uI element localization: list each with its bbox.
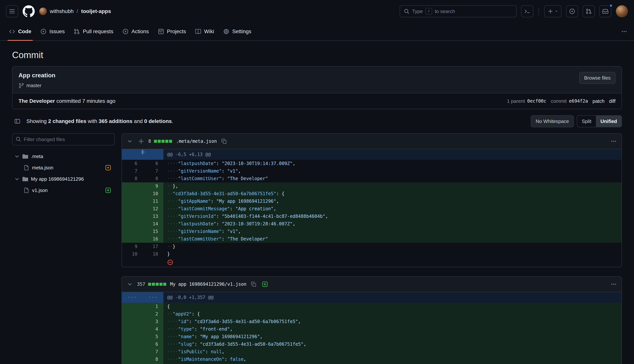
file-tree-toggle-button[interactable] xyxy=(12,116,23,126)
search-input[interactable]: Type / to search xyxy=(400,5,517,17)
copy-icon[interactable] xyxy=(249,280,258,288)
line-number-old[interactable] xyxy=(122,198,143,205)
command-palette-button[interactable] xyxy=(521,5,533,17)
tab-settings[interactable]: Settings xyxy=(219,23,256,40)
line-number-new[interactable]: 16 xyxy=(143,235,163,243)
no-whitespace-button[interactable]: No Whitespace xyxy=(531,115,574,127)
hunk-header: @@ -0,0 +1,357 @@ xyxy=(163,292,621,303)
tab-actions[interactable]: Actions xyxy=(118,23,153,40)
line-number-new[interactable]: 13 xyxy=(143,212,163,220)
owner-avatar xyxy=(39,8,47,15)
sidebar-panel-icon xyxy=(14,118,20,124)
line-number-new[interactable]: 11 xyxy=(143,198,163,205)
line-number-old[interactable] xyxy=(122,235,143,243)
line-number-old[interactable] xyxy=(122,310,143,318)
line-number-new[interactable]: 17 xyxy=(143,243,163,250)
split-view-button[interactable]: Split xyxy=(577,116,596,127)
line-number-old[interactable] xyxy=(122,325,143,333)
user-avatar[interactable] xyxy=(616,5,628,17)
nav-overflow-button[interactable] xyxy=(619,26,629,37)
commit-title: App creation xyxy=(19,72,56,79)
line-number-old[interactable] xyxy=(122,220,143,228)
branch-name[interactable]: master xyxy=(27,82,41,88)
create-new-button[interactable] xyxy=(544,5,561,17)
tree-folder-.meta[interactable]: .meta xyxy=(12,151,115,162)
commit-author[interactable]: The Developer xyxy=(19,98,55,104)
line-number-new[interactable]: 14 xyxy=(143,220,163,228)
tab-issues[interactable]: Issues xyxy=(36,23,69,40)
line-number-new[interactable]: 8 xyxy=(143,175,163,182)
line-number-new[interactable]: 2 xyxy=(143,310,163,318)
hunk-expand[interactable] xyxy=(122,149,163,160)
notifications-button[interactable] xyxy=(599,5,611,17)
diff-view-segmented-control: Split Unified xyxy=(577,115,622,127)
line-number-old[interactable]: 7 xyxy=(122,167,143,175)
line-number-old[interactable] xyxy=(122,318,143,325)
github-logo[interactable] xyxy=(23,5,35,17)
tab-label: Issues xyxy=(50,28,65,34)
tab-wiki[interactable]: Wiki xyxy=(191,23,219,40)
line-number-old[interactable]: 10 xyxy=(122,250,143,258)
tree-item-label: .meta xyxy=(31,154,43,159)
code-line: } xyxy=(163,250,621,258)
line-number-new[interactable]: 12 xyxy=(143,205,163,212)
chevron-down-icon[interactable] xyxy=(126,137,134,146)
line-number-old[interactable] xyxy=(122,363,143,364)
line-number-old[interactable] xyxy=(122,205,143,212)
line-number-old[interactable] xyxy=(122,182,143,190)
line-number-new[interactable]: 15 xyxy=(143,228,163,235)
line-number-new[interactable]: 6 xyxy=(143,340,163,348)
line-number-new[interactable]: 4 xyxy=(143,325,163,333)
line-number-new[interactable]: 9 xyxy=(143,363,163,364)
copy-icon[interactable] xyxy=(220,137,228,146)
filter-changed-files-input[interactable] xyxy=(12,133,115,146)
parent-sha-link[interactable]: 0ecf00c xyxy=(527,98,546,104)
line-number-old[interactable] xyxy=(122,212,143,220)
line-number-new[interactable]: 9 xyxy=(143,182,163,190)
line-number-old[interactable] xyxy=(122,348,143,356)
file-kebab-button[interactable] xyxy=(609,280,618,288)
line-number-new[interactable]: 7 xyxy=(143,167,163,175)
terminal-icon xyxy=(524,8,530,14)
line-number-old[interactable]: 8 xyxy=(122,175,143,182)
tree-folder-My-app-1698694121296[interactable]: My app 1698694121296 xyxy=(12,173,115,185)
line-number-new[interactable]: 18 xyxy=(143,250,163,258)
line-number-old[interactable] xyxy=(122,228,143,235)
breadcrumb-repo[interactable]: tooljet-apps xyxy=(81,8,111,14)
browse-files-button[interactable]: Browse files xyxy=(579,72,615,84)
line-number-old[interactable]: 9 xyxy=(122,243,143,250)
code-line: ····"lastpushDate": "2023-10-30T19:14:37… xyxy=(163,160,621,167)
breadcrumb-owner[interactable]: withshubh xyxy=(50,8,74,14)
line-number-new[interactable]: 3 xyxy=(143,318,163,325)
tree-file-meta.json[interactable]: meta.json xyxy=(12,162,115,173)
line-number-old[interactable] xyxy=(122,303,143,310)
line-number-old[interactable] xyxy=(122,340,143,348)
patch-link[interactable]: patch xyxy=(592,98,604,104)
line-number-new[interactable]: 6 xyxy=(143,160,163,167)
unified-view-button[interactable]: Unified xyxy=(596,116,621,127)
tab-pull-requests[interactable]: Pull requests xyxy=(69,23,118,40)
line-number-new[interactable]: 1 xyxy=(143,303,163,310)
chevron-down-icon[interactable] xyxy=(126,280,134,288)
line-number-old[interactable] xyxy=(122,333,143,340)
tree-file-v1.json[interactable]: v1.json xyxy=(12,185,115,196)
line-number-new[interactable]: 7 xyxy=(143,348,163,356)
diff-link[interactable]: diff xyxy=(609,98,615,104)
tab-projects[interactable]: Projects xyxy=(153,23,191,40)
tab-code[interactable]: Code xyxy=(5,23,36,40)
commit-sha: e694f2a xyxy=(569,98,588,104)
line-number-old[interactable] xyxy=(122,356,143,363)
line-number-new[interactable]: 8 xyxy=(143,356,163,363)
diff-modified-icon xyxy=(105,165,111,170)
diff-file-header: 8.meta/meta.json xyxy=(122,134,621,149)
line-number-new[interactable]: 10 xyxy=(143,190,163,198)
issues-dashboard-button[interactable] xyxy=(566,5,578,17)
diff-line-ctx: 88····"lastCommitUser": "The Developer" xyxy=(122,175,621,182)
code-line: ··} xyxy=(163,243,621,250)
line-number-old[interactable] xyxy=(122,190,143,198)
file-kebab-button[interactable] xyxy=(609,137,618,146)
pull-requests-dashboard-button[interactable] xyxy=(583,5,595,17)
line-number-old[interactable]: 6 xyxy=(122,160,143,167)
line-number-new[interactable]: 5 xyxy=(143,333,163,340)
hamburger-button[interactable] xyxy=(6,5,18,17)
